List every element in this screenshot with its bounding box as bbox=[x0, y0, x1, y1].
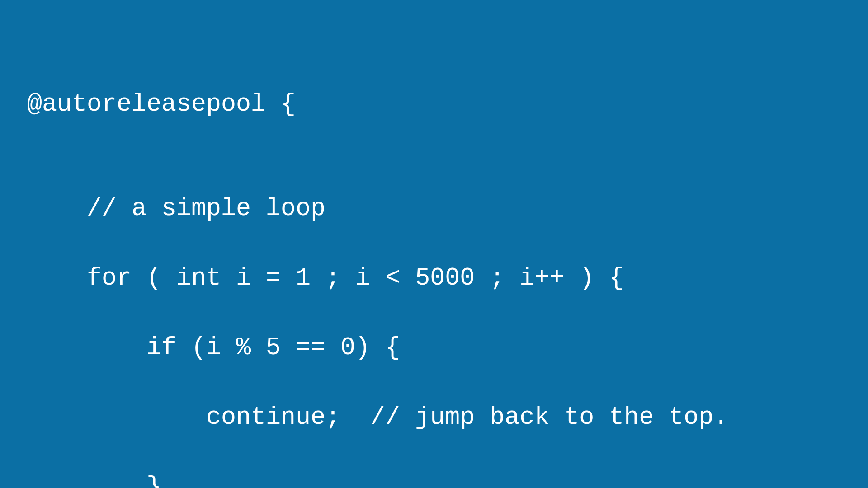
code-line-3: // a simple loop bbox=[27, 191, 841, 226]
code-line-1: @autoreleasepool { bbox=[27, 87, 841, 122]
code-line-6: continue; // jump back to the top. bbox=[27, 400, 841, 435]
code-line-5: if (i % 5 == 0) { bbox=[27, 330, 841, 365]
code-line-4: for ( int i = 1 ; i < 5000 ; i++ ) { bbox=[27, 261, 841, 296]
code-block: @autoreleasepool { // a simple loop for … bbox=[27, 52, 841, 488]
code-line-7: } bbox=[27, 469, 841, 488]
